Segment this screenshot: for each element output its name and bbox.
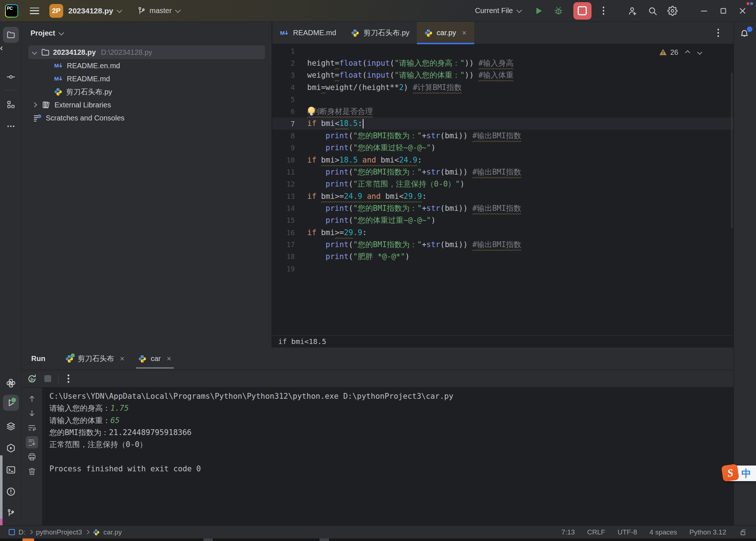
tree-item-剪刀石头布.py[interactable]: 剪刀石头布.py: [22, 85, 272, 98]
stop-button[interactable]: [573, 2, 592, 20]
run-toolbar: [22, 370, 733, 388]
tree-item-root[interactable]: 20234128.py D:\20234128.py: [28, 45, 265, 59]
editor-breadcrumb[interactable]: if bmi<18.5: [272, 335, 733, 347]
file-label[interactable]: car.py: [103, 528, 122, 536]
close-button[interactable]: [738, 6, 747, 16]
search-icon[interactable]: [647, 6, 658, 16]
rerun-button[interactable]: [27, 374, 37, 384]
code-line-6[interactable]: 6#判断身材是否合理: [272, 106, 733, 118]
run-tool-button[interactable]: [3, 395, 19, 411]
line-number: 4: [272, 83, 307, 91]
tree-item-README.en.md[interactable]: MREADME.en.md: [22, 59, 272, 72]
notifications-button[interactable]: [739, 28, 751, 40]
project-badge[interactable]: 2P: [49, 4, 63, 18]
left-toolbar: [0, 22, 22, 525]
editor-tab-剪刀石头布.py[interactable]: 剪刀石头布.py: [344, 22, 417, 44]
python-console-button[interactable]: [3, 375, 19, 391]
problems-tool-button[interactable]: [3, 484, 19, 500]
tab-options-kebab-icon[interactable]: [716, 29, 721, 37]
indent-style[interactable]: 4 spaces: [650, 528, 677, 536]
code-line-7[interactable]: 7if bmi<18.5:: [272, 118, 733, 130]
pycharm-logo-icon[interactable]: PC: [5, 4, 18, 17]
code-line-1[interactable]: 1: [272, 45, 733, 57]
editor-tab-README.md[interactable]: MREADME.md: [272, 22, 344, 44]
code-line-12[interactable]: 12 print("正常范围，注意保持（0-0）"): [272, 178, 733, 190]
run-button[interactable]: [533, 6, 544, 16]
line-separator[interactable]: CRLF: [587, 528, 605, 536]
chevron-down-icon[interactable]: [32, 50, 37, 55]
branch-widget[interactable]: master: [137, 6, 179, 16]
editor-tab-car.py[interactable]: car.py: [417, 22, 474, 44]
settings-gear-icon[interactable]: [667, 6, 678, 16]
close-tab-icon[interactable]: [166, 356, 172, 361]
caret-position[interactable]: 7:13: [561, 528, 575, 536]
project-folder-label[interactable]: pythonProject3: [36, 528, 82, 536]
code-line-16[interactable]: 16if bmi>=29.9:: [272, 226, 733, 238]
more-tools-button[interactable]: [3, 118, 19, 134]
code-line-9[interactable]: 9 print("您的体重过轻~@-@~"): [272, 142, 733, 154]
debug-button[interactable]: [553, 6, 564, 16]
close-tab-icon[interactable]: [119, 356, 125, 361]
more-actions-kebab-icon[interactable]: [601, 7, 606, 15]
line-number: 14: [272, 204, 307, 212]
ime-indicator[interactable]: S 中: [725, 466, 756, 481]
code-line-3[interactable]: 3weight=float(input("请输入您的体重：")) #输入体重: [272, 69, 733, 81]
run-tab-剪刀石头布[interactable]: 剪刀石头布: [61, 348, 129, 370]
python-interpreter[interactable]: Python 3.12: [690, 528, 726, 536]
down-stacktrace-button[interactable]: [26, 407, 38, 419]
status-bar: D: pythonProject3 car.py 7:13 CRLF UTF-8…: [0, 525, 756, 538]
up-stacktrace-button[interactable]: [26, 393, 38, 405]
lock-unlocked-icon[interactable]: [739, 528, 747, 537]
code-line-13[interactable]: 13if bmi>=24.9 and bmi<29.9:: [272, 190, 733, 202]
code-line-5[interactable]: 5: [272, 93, 733, 105]
editor-scrollbar[interactable]: [731, 73, 733, 229]
file-encoding[interactable]: UTF-8: [618, 528, 637, 536]
version-control-button[interactable]: [3, 505, 19, 521]
run-config-selector[interactable]: Current File: [475, 7, 520, 15]
code-line-19[interactable]: 19: [272, 263, 733, 275]
code-area[interactable]: 12height=float(input("请输入您的身高：")) #输入身高3…: [272, 45, 733, 275]
scroll-to-end-button[interactable]: [26, 436, 38, 448]
code-line-8[interactable]: 8 print("您的BMI指数为："+str(bmi)) #输出BMI指数: [272, 130, 733, 142]
project-panel: Project 20234128.py D:\20234128.py MREAD…: [22, 22, 272, 348]
python-packages-button[interactable]: [3, 440, 19, 456]
services-tool-button[interactable]: [3, 418, 19, 434]
tree-item-External Libraries[interactable]: External Libraries: [22, 98, 272, 111]
tree-item-label: Scratches and Consoles: [46, 114, 125, 122]
minimize-button[interactable]: [699, 6, 709, 16]
code-line-10[interactable]: 10if bmi>18.5 and bmi<24.9:: [272, 154, 733, 166]
run-tab-car[interactable]: car: [134, 348, 175, 370]
code-line-17[interactable]: 17 print("您的BMI指数为："+str(bmi)) #输出BMI指数: [272, 238, 733, 250]
tree-item-README.md[interactable]: MREADME.md: [22, 72, 272, 85]
statusbar-breadcrumb[interactable]: D: pythonProject3 car.py: [9, 528, 122, 536]
main-menu-icon[interactable]: [30, 8, 39, 14]
project-panel-header[interactable]: Project: [22, 22, 272, 37]
line-number: 10: [272, 156, 307, 164]
maximize-button[interactable]: [719, 6, 728, 16]
code-line-4[interactable]: 4bmi=weight/(height**2) #计算BMI指数: [272, 81, 733, 93]
console-output[interactable]: C:\Users\YDN\AppData\Local\Programs\Pyth…: [42, 388, 733, 525]
clear-console-button[interactable]: [26, 465, 38, 478]
tree-item-Scratches and Consoles[interactable]: Scratches and Consoles: [22, 111, 272, 124]
project-tree: 20234128.py D:\20234128.py MREADME.en.md…: [22, 45, 272, 124]
project-tool-button[interactable]: [3, 27, 19, 43]
project-name[interactable]: 20234128.py: [68, 7, 113, 15]
run-options-kebab-icon[interactable]: [66, 374, 71, 383]
drive-label[interactable]: D:: [19, 528, 25, 536]
print-button[interactable]: [26, 451, 38, 463]
code-with-me-icon[interactable]: [627, 6, 638, 16]
code-line-14[interactable]: 14 print("您的BMI指数为："+str(bmi)) #输出BMI指数: [272, 202, 733, 214]
branch-name: master: [150, 7, 172, 15]
close-tab-icon[interactable]: [462, 30, 467, 36]
structure-tool-button[interactable]: [3, 97, 19, 112]
chevron-right-icon[interactable]: [32, 102, 37, 107]
code-line-15[interactable]: 15 print("您的体重过重~@-@~"): [272, 214, 733, 226]
code-line-18[interactable]: 18 print("肥胖 *@-@*"): [272, 251, 733, 263]
code-line-2[interactable]: 2height=float(input("请输入您的身高：")) #输入身高: [272, 57, 733, 69]
soft-wrap-button[interactable]: [26, 422, 38, 434]
user-input-text: 1.75: [110, 404, 129, 413]
commit-tool-button[interactable]: [3, 69, 19, 85]
code-line-11[interactable]: 11 print("您的BMI指数为："+str(bmi)) #输出BMI指数: [272, 166, 733, 178]
terminal-tool-button[interactable]: [3, 462, 19, 478]
stop-process-button[interactable]: [44, 375, 51, 382]
